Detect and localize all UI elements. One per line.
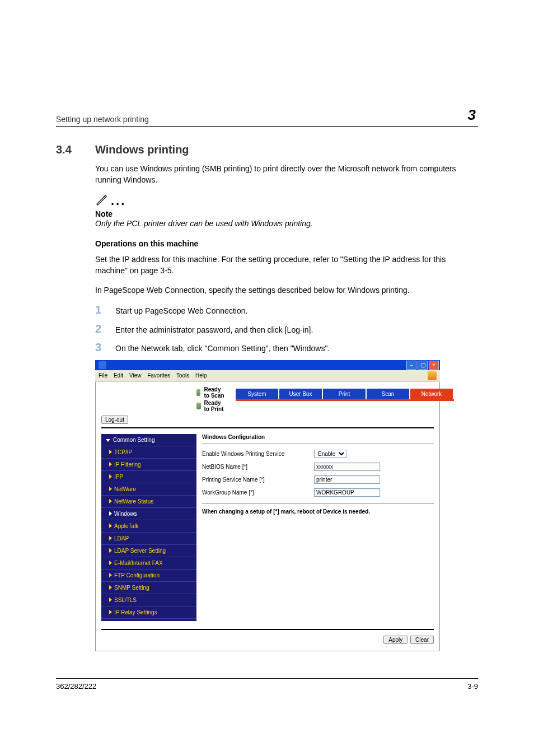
panel-title: Windows Configuration bbox=[202, 434, 434, 444]
netbios-label: NetBIOS Name [*] bbox=[202, 464, 314, 470]
menu-edit[interactable]: Edit bbox=[114, 372, 123, 379]
browser-logo-icon bbox=[428, 371, 437, 380]
netbios-input[interactable] bbox=[314, 463, 380, 471]
section-title: Windows printing bbox=[95, 143, 189, 156]
sidebar-item-ldap-server[interactable]: LDAP Server Setting bbox=[101, 545, 196, 557]
printer-icon bbox=[196, 403, 201, 409]
sidebar-item-label: AppleTalk bbox=[114, 523, 138, 529]
running-header: Setting up network printing 3 bbox=[56, 106, 478, 127]
sidebar-item-label: Windows bbox=[114, 511, 137, 517]
clear-button[interactable]: Clear bbox=[410, 636, 434, 644]
sidebar-item-label: IPP bbox=[114, 474, 123, 480]
sidebar-item-netware-status[interactable]: NetWare Status bbox=[101, 496, 196, 508]
footer-right: 3-9 bbox=[467, 682, 478, 690]
minimize-button[interactable]: – bbox=[406, 361, 416, 370]
tab-network[interactable]: Network bbox=[410, 389, 453, 399]
browser-screenshot: – ▢ × File Edit View Favorites Tools Hel… bbox=[95, 360, 440, 651]
button-row: Apply Clear bbox=[101, 629, 434, 644]
step-number: 1 bbox=[95, 304, 115, 316]
browser-menubar: File Edit View Favorites Tools Help bbox=[95, 370, 440, 382]
sidebar-item-netware[interactable]: NetWare bbox=[101, 483, 196, 496]
sidebar-item-label: IP Filtering bbox=[114, 461, 141, 468]
tab-print[interactable]: Print bbox=[323, 389, 366, 399]
section-number: 3.4 bbox=[56, 143, 95, 156]
status-scan: Ready to Scan bbox=[204, 386, 224, 399]
step-text: Start up PageScope Web Connection. bbox=[115, 306, 247, 317]
note-icon bbox=[95, 194, 107, 208]
sidebar-item-appletalk[interactable]: AppleTalk bbox=[101, 520, 196, 533]
sidebar-item-ip-filtering[interactable]: IP Filtering bbox=[101, 459, 196, 471]
reboot-note: When changing a setup of [*] mark, reboo… bbox=[202, 503, 434, 515]
sidebar-item-ftp[interactable]: FTP Configuration bbox=[101, 570, 196, 582]
note-text: Only the PCL printer driver can be used … bbox=[95, 218, 478, 230]
sidebar-item-email-ifax[interactable]: E-Mail/Internet FAX bbox=[101, 557, 196, 570]
sidebar-item-snmp[interactable]: SNMP Setting bbox=[101, 582, 196, 594]
step-3: 3 On the Network tab, click "Common Sett… bbox=[95, 341, 478, 354]
menu-file[interactable]: File bbox=[99, 372, 107, 379]
tab-scan[interactable]: Scan bbox=[367, 389, 409, 399]
menu-favorites[interactable]: Favorites bbox=[147, 372, 170, 379]
menu-view[interactable]: View bbox=[129, 372, 142, 379]
sidebar-item-label: NetWare bbox=[114, 486, 136, 492]
sidebar-item-label: IP Relay Settings bbox=[114, 609, 157, 615]
close-button[interactable]: × bbox=[429, 361, 439, 370]
step-text: Enter the administrator password, and th… bbox=[115, 325, 313, 336]
paragraph-2: In PageScope Web Connection, specify the… bbox=[95, 284, 478, 296]
menu-tools[interactable]: Tools bbox=[176, 372, 189, 379]
logout-button[interactable]: Log-out bbox=[101, 416, 128, 424]
printsvc-input[interactable] bbox=[314, 475, 380, 484]
chapter-number: 3 bbox=[468, 106, 478, 124]
note-block: ... Note Only the PCL printer driver can… bbox=[95, 194, 478, 230]
enable-label: Enable Windows Printing Service bbox=[202, 451, 314, 457]
note-dots: ... bbox=[111, 194, 126, 208]
sidebar-header[interactable]: Common Setting bbox=[101, 434, 196, 446]
sidebar-item-ipp[interactable]: IPP bbox=[101, 471, 196, 483]
footer-left: 362/282/222 bbox=[56, 682, 96, 690]
window-titlebar: – ▢ × bbox=[95, 360, 440, 370]
step-number: 2 bbox=[95, 323, 115, 335]
tab-bar: System User Box Print Scan Network bbox=[236, 389, 454, 401]
sidebar-item-ip-relay[interactable]: IP Relay Settings bbox=[101, 606, 196, 619]
sidebar-item-label: FTP Configuration bbox=[114, 572, 160, 578]
tab-user-box[interactable]: User Box bbox=[279, 389, 322, 399]
page-footer: 362/282/222 3-9 bbox=[56, 678, 478, 690]
sidebar-item-label: SSL/TLS bbox=[114, 597, 137, 603]
menu-help[interactable]: Help bbox=[195, 372, 207, 379]
subheading: Operations on this machine bbox=[95, 239, 478, 248]
sidebar-item-windows[interactable]: Windows bbox=[101, 508, 196, 520]
workgroup-input[interactable] bbox=[314, 488, 380, 497]
step-text: On the Network tab, click "Common Settin… bbox=[115, 343, 330, 354]
sidebar-item-label: NetWare Status bbox=[114, 498, 153, 505]
sidebar-item-label: TCP/IP bbox=[114, 449, 132, 455]
scanner-icon bbox=[196, 389, 200, 396]
apply-button[interactable]: Apply bbox=[383, 636, 407, 644]
sidebar-item-ssl-tls[interactable]: SSL/TLS bbox=[101, 594, 196, 606]
step-1: 1 Start up PageScope Web Connection. bbox=[95, 304, 478, 317]
sidebar-item-ldap[interactable]: LDAP bbox=[101, 533, 196, 545]
step-number: 3 bbox=[95, 341, 115, 354]
note-label: Note bbox=[95, 209, 478, 218]
app-icon bbox=[99, 361, 106, 369]
header-left: Setting up network printing bbox=[56, 115, 149, 124]
sidebar: Common Setting TCP/IP IP Filtering IPP N… bbox=[101, 434, 196, 621]
section-heading: 3.4 Windows printing bbox=[56, 143, 478, 156]
maximize-button[interactable]: ▢ bbox=[418, 361, 428, 370]
sidebar-item-tcpip[interactable]: TCP/IP bbox=[101, 446, 196, 459]
status-print: Ready to Print bbox=[204, 400, 224, 412]
step-2: 2 Enter the administrator password, and … bbox=[95, 323, 478, 336]
main-panel: Windows Configuration Enable Windows Pri… bbox=[202, 434, 434, 515]
sidebar-item-label: E-Mail/Internet FAX bbox=[114, 560, 163, 566]
printsvc-label: Printing Service Name [*] bbox=[202, 477, 314, 483]
workgroup-label: WorkGroup Name [*] bbox=[202, 489, 314, 496]
sidebar-item-label: LDAP bbox=[114, 535, 129, 542]
enable-select[interactable]: Enable bbox=[314, 450, 346, 458]
paragraph-1: Set the IP address for this machine. For… bbox=[95, 254, 478, 277]
tab-system[interactable]: System bbox=[236, 389, 278, 399]
sidebar-header-label: Common Setting bbox=[113, 437, 154, 443]
intro-paragraph: You can use Windows printing (SMB printi… bbox=[95, 163, 478, 186]
sidebar-item-label: LDAP Server Setting bbox=[114, 548, 166, 554]
sidebar-item-label: SNMP Setting bbox=[114, 585, 149, 591]
